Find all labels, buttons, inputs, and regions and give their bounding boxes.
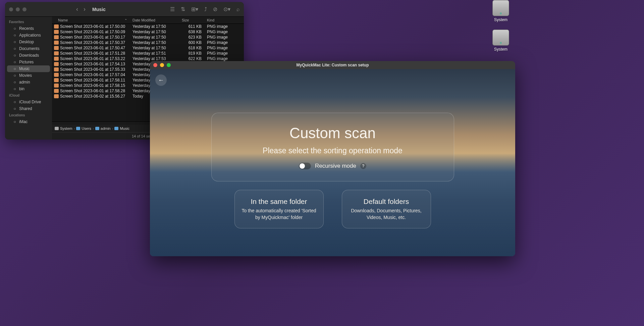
- file-name-cell: Screen Shot 2023-06-01 at 17.50.47: [52, 46, 130, 50]
- sidebar-item-applications[interactable]: ○Applications: [5, 32, 52, 39]
- sidebar-item-music[interactable]: ○Music: [7, 65, 50, 72]
- column-header-kind[interactable]: Kind: [204, 18, 244, 22]
- drive-icon: [492, 0, 509, 16]
- table-row[interactable]: Screen Shot 2023-06-01 at 17.51.28 Yeste…: [52, 51, 244, 56]
- table-row[interactable]: Screen Shot 2023-06-01 at 17.50.37 Yeste…: [52, 40, 244, 45]
- folder-icon: ○: [12, 106, 17, 111]
- drive-icon: [492, 30, 509, 46]
- help-icon[interactable]: ?: [360, 163, 366, 169]
- action-icon[interactable]: ⊙▾: [223, 6, 230, 12]
- sidebar-item-label: admin: [19, 80, 30, 85]
- table-row[interactable]: Screen Shot 2023-06-01 at 17.50.09 Yeste…: [52, 29, 244, 35]
- option-default-folders[interactable]: Default folders Downloads, Documents, Pi…: [342, 190, 431, 228]
- sidebar-item-pictures[interactable]: ○Pictures: [5, 59, 52, 65]
- sidebar-item-recents[interactable]: ○Recents: [5, 25, 52, 32]
- file-name: Screen Shot 2023-06-01 at 17.53.22: [60, 56, 125, 61]
- pathbar-segment[interactable]: System: [55, 126, 72, 130]
- desktop-drive-2[interactable]: System: [492, 30, 509, 52]
- grid-icon[interactable]: ⊞▾: [191, 6, 198, 12]
- sidebar-item-label: iCloud Drive: [19, 100, 41, 104]
- col-name-label: Name: [58, 18, 68, 22]
- folder-icon: [95, 127, 99, 130]
- file-name: Screen Shot 2023-06-01 at 17.50.37: [60, 40, 125, 45]
- table-row[interactable]: Screen Shot 2023-06-01 at 17.50.00 Yeste…: [52, 24, 244, 29]
- app-window: MyQuickMac Lite: Custom scan setup ← Cus…: [150, 61, 515, 256]
- panel-title: Custom scan: [289, 125, 376, 142]
- sidebar-item-admin[interactable]: ○admin: [5, 79, 52, 86]
- toggle-row: Recursive mode ?: [299, 163, 366, 169]
- file-kind-cell: PNG image: [204, 35, 244, 40]
- sidebar-section-header: iCloud: [5, 92, 52, 99]
- file-name-cell: Screen Shot 2023-06-01 at 17.58.11: [52, 78, 130, 83]
- folder-icon: ○: [12, 80, 17, 85]
- close-button[interactable]: [9, 7, 13, 11]
- search-icon[interactable]: ⌕: [236, 6, 240, 12]
- close-button[interactable]: [153, 63, 157, 67]
- minimize-button[interactable]: [160, 63, 164, 67]
- file-date-cell: Yesterday at 17:50: [130, 24, 179, 29]
- file-name: Screen Shot 2023-06-01 at 17.50.17: [60, 35, 125, 40]
- folder-icon: ○: [12, 40, 17, 44]
- sidebar-item-documents[interactable]: ○Documents: [5, 45, 52, 52]
- chevron-right-icon: ›: [112, 126, 113, 130]
- file-size-cell: 618 KB: [179, 46, 204, 50]
- folder-icon: ○: [12, 66, 17, 71]
- option-cards: In the same folder To the automatically …: [234, 190, 431, 228]
- table-row[interactable]: Screen Shot 2023-06-01 at 17.50.47 Yeste…: [52, 45, 244, 51]
- fullscreen-button[interactable]: [22, 7, 26, 11]
- pathbar-segment[interactable]: Music: [114, 126, 129, 130]
- sidebar-item-downloads[interactable]: ○Downloads: [5, 52, 52, 59]
- column-header-date[interactable]: Date Modified: [130, 18, 179, 22]
- sidebar-item-label: Shared: [19, 106, 32, 111]
- column-header-size[interactable]: Size: [179, 18, 204, 22]
- sidebar-item-desktop[interactable]: ○Desktop: [5, 39, 52, 45]
- nav-arrows: ‹ ›: [76, 6, 86, 13]
- image-file-icon: [54, 67, 59, 71]
- drive-label: System: [494, 17, 507, 22]
- back-button[interactable]: ←: [155, 74, 167, 86]
- sidebar-item-label: Recents: [19, 26, 34, 31]
- image-file-icon: [54, 57, 59, 61]
- pathbar-segment[interactable]: Users: [76, 126, 91, 130]
- forward-arrow-icon[interactable]: ›: [84, 6, 86, 13]
- folder-icon: ○: [12, 87, 17, 91]
- file-name: Screen Shot 2023-06-01 at 17.58.15: [60, 83, 125, 88]
- column-header-name[interactable]: Name ⌃: [52, 18, 130, 22]
- file-name: Screen Shot 2023-06-01 at 17.58.11: [60, 78, 125, 83]
- file-name-cell: Screen Shot 2023-06-01 at 17.54.13: [52, 62, 130, 66]
- finder-titlebar[interactable]: ‹ › Music ☰ ⇅ ⊞▾ ⤴ ⊘ ⊙▾ ⌕: [5, 2, 244, 17]
- file-date-cell: Yesterday at 17:50: [130, 46, 179, 50]
- sidebar-item-imac[interactable]: ○iMac: [5, 118, 52, 125]
- sidebar-item-bin[interactable]: ○bin: [5, 86, 52, 92]
- sidebar-item-icloud-drive[interactable]: ○iCloud Drive: [5, 99, 52, 105]
- recursive-mode-toggle[interactable]: [299, 163, 311, 169]
- share-icon[interactable]: ⤴: [204, 6, 207, 12]
- table-row[interactable]: Screen Shot 2023-06-01 at 17.53.22 Yeste…: [52, 56, 244, 61]
- pathbar-segment[interactable]: admin: [95, 126, 111, 130]
- file-name-cell: Screen Shot 2023-06-02 at 15.56.27: [52, 94, 130, 99]
- tag-icon[interactable]: ⊘: [213, 6, 217, 12]
- file-kind-cell: PNG image: [204, 46, 244, 50]
- minimize-button[interactable]: [16, 7, 20, 11]
- folder-icon: [76, 127, 80, 130]
- file-name: Screen Shot 2023-06-01 at 17.58.28: [60, 89, 125, 93]
- sidebar-item-movies[interactable]: ○Movies: [5, 72, 52, 79]
- fullscreen-button[interactable]: [167, 63, 171, 67]
- option-same-folder[interactable]: In the same folder To the automatically …: [234, 190, 324, 228]
- app-titlebar[interactable]: MyQuickMac Lite: Custom scan setup: [150, 61, 515, 69]
- file-name-cell: Screen Shot 2023-06-01 at 17.58.15: [52, 83, 130, 88]
- view-options-icon[interactable]: ⇅: [181, 6, 185, 12]
- image-file-icon: [54, 35, 59, 39]
- toggle-label: Recursive mode: [315, 163, 356, 169]
- pathbar-label: System: [60, 126, 72, 130]
- sidebar-item-shared[interactable]: ○Shared: [5, 105, 52, 112]
- back-arrow-icon[interactable]: ‹: [76, 6, 78, 13]
- desktop-drive-1[interactable]: System: [492, 0, 509, 22]
- sidebar-item-label: Desktop: [19, 40, 34, 44]
- table-row[interactable]: Screen Shot 2023-06-01 at 17.50.17 Yeste…: [52, 35, 244, 40]
- image-file-icon: [54, 78, 59, 82]
- file-size-cell: 622 KB: [179, 56, 204, 61]
- file-name-cell: Screen Shot 2023-06-01 at 17.50.17: [52, 35, 130, 40]
- view-list-icon[interactable]: ☰: [170, 6, 175, 12]
- sidebar-item-label: Applications: [19, 33, 41, 38]
